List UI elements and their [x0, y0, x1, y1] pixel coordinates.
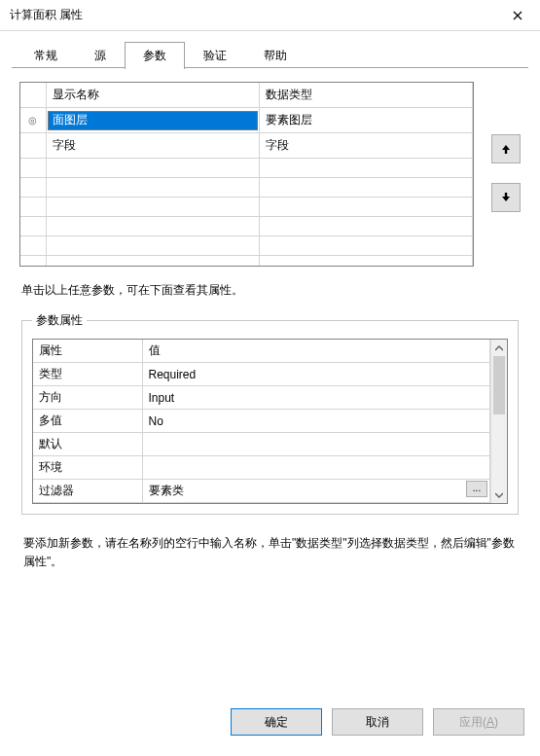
val-cell[interactable]: Required — [142, 363, 490, 386]
val-cell[interactable]: Input — [142, 386, 490, 410]
row-name-cell[interactable] — [46, 108, 259, 133]
move-down-button[interactable] — [491, 183, 521, 212]
apply-button[interactable]: 应用(A) — [433, 708, 524, 736]
row-type-cell[interactable]: 字段 — [259, 133, 472, 159]
add-param-hint: 要添加新参数，请在名称列的空行中输入名称，单击"数据类型"列选择数据类型，然后编… — [23, 534, 517, 571]
tab-validate[interactable]: 验证 — [185, 42, 245, 69]
val-header: 值 — [142, 340, 490, 363]
table-row[interactable] — [20, 256, 473, 268]
attr-cell: 过滤器 — [33, 480, 142, 503]
ellipsis-button[interactable]: ... — [466, 481, 487, 497]
val-cell[interactable] — [142, 456, 490, 480]
attr-cell: 类型 — [33, 363, 142, 386]
arrow-up-icon — [500, 143, 512, 155]
indicator-header — [20, 83, 46, 108]
apply-mnemonic: A — [486, 715, 494, 729]
name-header: 显示名称 — [46, 83, 259, 108]
attr-cell: 方向 — [33, 386, 142, 410]
table-row[interactable]: 环境 — [33, 456, 490, 480]
tab-bar: 常规 源 参数 验证 帮助 — [16, 41, 528, 68]
scroll-thumb[interactable] — [493, 356, 505, 414]
scroll-up-button[interactable] — [491, 340, 507, 356]
apply-label: 应用 — [459, 714, 483, 731]
table-row[interactable] — [20, 198, 473, 217]
attr-cell: 获取自 — [33, 503, 142, 504]
param-properties-legend: 参数属性 — [32, 312, 87, 329]
params-hint: 单击以上任意参数，可在下面查看其属性。 — [21, 282, 519, 299]
row-indicator — [20, 133, 46, 159]
table-row[interactable] — [20, 159, 473, 178]
properties-table[interactable]: 属性 值 类型 Required 方向 Input — [33, 340, 490, 503]
table-row[interactable]: 多值 No — [33, 410, 490, 433]
ok-button[interactable]: 确定 — [231, 708, 322, 736]
dialog-footer: 确定 取消 应用(A) — [0, 702, 540, 756]
val-cell[interactable] — [142, 503, 490, 504]
table-row[interactable] — [20, 217, 473, 236]
attr-header: 属性 — [33, 340, 142, 363]
tab-general[interactable]: 常规 — [16, 42, 76, 69]
tab-source[interactable]: 源 — [76, 42, 125, 69]
titlebar: 计算面积 属性 — [0, 0, 540, 31]
param-properties-group: 参数属性 属性 值 类型 — [21, 312, 519, 515]
arrow-down-icon — [500, 192, 512, 203]
row-type-cell[interactable]: 要素图层 — [259, 108, 472, 133]
table-row[interactable]: 类型 Required — [33, 363, 490, 386]
scroll-track[interactable] — [491, 356, 507, 486]
close-button[interactable] — [495, 0, 540, 31]
move-up-button[interactable] — [491, 134, 521, 163]
row-indicator: ◎ — [20, 108, 46, 133]
table-row[interactable] — [20, 178, 473, 198]
chevron-down-icon — [495, 492, 503, 498]
chevron-up-icon — [495, 345, 503, 351]
close-icon — [513, 11, 522, 20]
table-row[interactable]: 默认 — [33, 433, 490, 456]
table-row[interactable] — [20, 236, 473, 256]
attr-cell: 多值 — [33, 410, 142, 433]
scroll-down-button[interactable] — [491, 486, 507, 503]
val-cell[interactable] — [142, 433, 490, 456]
tab-help[interactable]: 帮助 — [245, 42, 306, 69]
table-row[interactable]: 获取自 — [33, 503, 490, 504]
cancel-button[interactable]: 取消 — [332, 708, 423, 736]
param-name-input[interactable] — [48, 111, 258, 130]
table-row[interactable]: 字段 字段 — [20, 133, 473, 159]
tab-params[interactable]: 参数 — [125, 42, 185, 69]
table-row[interactable]: 方向 Input — [33, 386, 490, 410]
scrollbar[interactable] — [490, 340, 507, 503]
type-header: 数据类型 — [259, 83, 472, 108]
row-name-cell[interactable]: 字段 — [46, 133, 259, 159]
val-text: 要素类 — [149, 484, 184, 497]
table-row[interactable]: ◎ 要素图层 — [20, 108, 473, 133]
attr-cell: 默认 — [33, 433, 142, 456]
val-cell[interactable]: No — [142, 410, 490, 433]
val-cell[interactable]: 要素类 ... — [142, 480, 490, 503]
table-row[interactable]: 过滤器 要素类 ... — [33, 480, 490, 503]
window-title: 计算面积 属性 — [10, 7, 83, 23]
parameters-table[interactable]: 显示名称 数据类型 ◎ 要素图层 — [19, 82, 474, 267]
attr-cell: 环境 — [33, 456, 142, 480]
